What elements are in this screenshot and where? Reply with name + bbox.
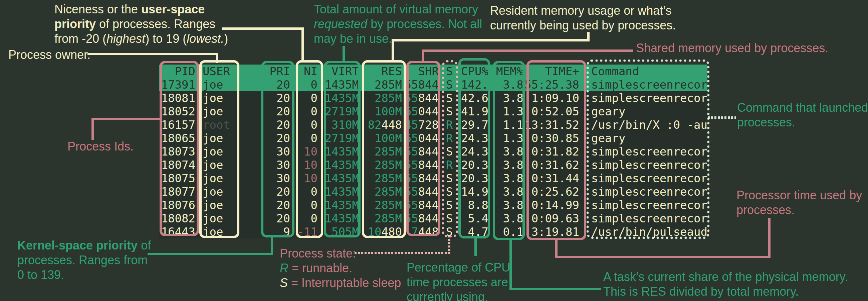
shr-column-box	[406, 61, 440, 236]
nice-note-line: Niceness or the user-space	[54, 2, 228, 17]
nice-note-line: priority of processes. Ranges	[54, 17, 228, 31]
cpu-note-line: Percentage of CPU	[407, 260, 510, 275]
time-connector-v2	[768, 218, 771, 258]
user-column-box	[199, 60, 239, 238]
kernel-note: Kernel-space priority ofprocesses. Range…	[18, 238, 151, 282]
pid-note: Process Ids.	[67, 139, 133, 154]
mem-column-box	[493, 61, 525, 240]
virt-note-line: requested by processes. Not all	[314, 17, 482, 31]
nice-connector-h	[222, 27, 304, 30]
res-note: Resident memory usage or what’scurrently…	[490, 3, 676, 33]
shr-note: Shared memory used by processes.	[636, 41, 828, 56]
cmd-note-line: processes.	[737, 115, 868, 130]
shr-note-line: Shared memory used by processes.	[636, 41, 828, 56]
shr-connector-h	[422, 50, 633, 52]
nice-note-line: from -20 (highest) to 19 (lowest.)	[54, 31, 228, 46]
state-note: Process state:R = runnable.S = Interrupt…	[280, 246, 401, 290]
time-connector-h	[555, 256, 771, 258]
nice-connector-v	[302, 27, 304, 62]
cmd-note: Command that launchedprocesses.	[737, 100, 868, 130]
time-note-line: processes.	[737, 203, 862, 217]
kernel-note-line: Kernel-space priority of	[18, 238, 151, 253]
shr-connector-v	[422, 50, 424, 63]
kernel-connector-h	[148, 253, 273, 255]
mem-note-line: This is RES divided by total memory.	[603, 284, 848, 299]
virt-note-line: may be in use.	[314, 31, 482, 46]
pid-connector-h	[91, 118, 161, 120]
pid-connector-v	[91, 118, 94, 140]
pri-column-box	[261, 61, 294, 238]
mem-note-line: A task’s current share of the physical m…	[603, 270, 848, 284]
virt-column-box	[324, 61, 361, 238]
mem-connector-h	[509, 288, 601, 290]
virt-note: Total amount of virtual memoryrequested …	[314, 2, 482, 46]
virt-note-line: Total amount of virtual memory	[314, 2, 482, 17]
res-column-box	[362, 60, 406, 238]
cpu-note-line: currently using.	[407, 290, 510, 301]
state-note-line: R = runnable.	[280, 261, 401, 276]
pid-column-box	[160, 61, 199, 236]
state-note-line: Process state:	[280, 246, 401, 261]
cpu-note: Percentage of CPUtime processes arecurre…	[407, 260, 510, 301]
time-note: Processor time used byprocesses.	[737, 188, 862, 217]
time-note-line: Processor time used by	[737, 188, 862, 203]
time-column-box	[526, 60, 586, 240]
cpu-note-line: time processes are	[407, 275, 510, 290]
state-note-line: S = Interruptable sleep	[280, 276, 401, 290]
cpu-column-box	[458, 58, 490, 239]
owner-connector-h	[88, 53, 218, 55]
state-connector-v	[448, 236, 451, 254]
state-column-box	[442, 60, 458, 238]
htop-annotated-diagram: PIDUSERPRINIVIRTRESSHRSCPU%MEM%TIME+Comm…	[0, 0, 868, 301]
time-connector-v1	[555, 240, 558, 257]
owner-connector-v	[216, 53, 218, 63]
kernel-note-line: 0 to 139.	[18, 268, 151, 282]
res-note-line: Resident memory usage or what’s	[490, 3, 676, 18]
kernel-note-line: processes. Ranges from	[18, 253, 151, 268]
cpu-connector-v	[474, 239, 477, 256]
cmd-note-line: Command that launched	[737, 100, 868, 115]
virt-connector-v	[343, 46, 345, 63]
kernel-connector-v	[271, 236, 273, 255]
command-connector-h	[708, 116, 736, 119]
pid-note-line: Process Ids.	[67, 139, 133, 154]
owner-note-line: Process owner.	[8, 48, 90, 62]
nice-note: Niceness or the user-spacepriority of pr…	[54, 2, 228, 46]
mem-note: A task’s current share of the physical m…	[603, 270, 848, 299]
res-note-line: currently being used by processes.	[490, 18, 676, 33]
ni-column-box	[296, 60, 323, 238]
command-column-box	[587, 59, 709, 239]
owner-note: Process owner.	[8, 48, 90, 62]
